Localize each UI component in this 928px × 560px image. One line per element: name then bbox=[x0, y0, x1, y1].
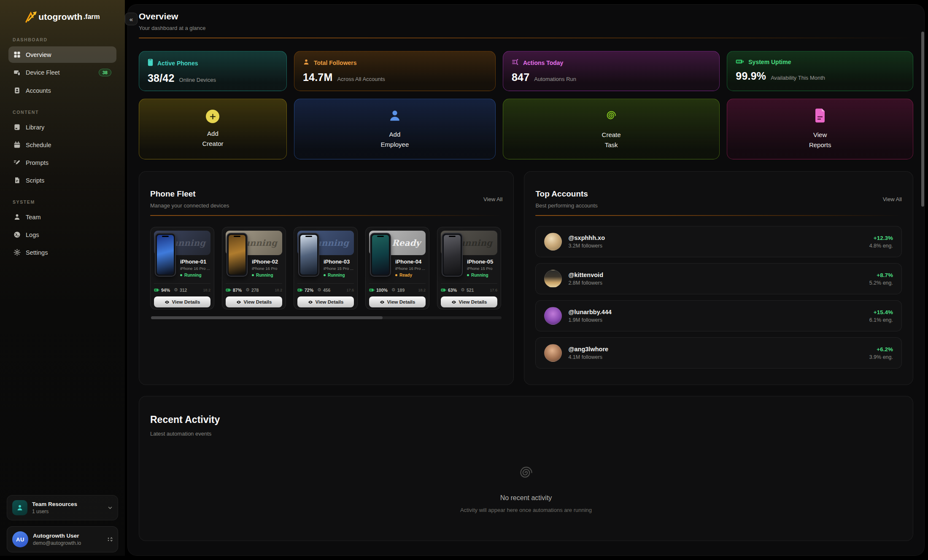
stat-card-active-phones: Active Phones 38/42 Online Devices bbox=[139, 51, 287, 91]
view-details-button[interactable]: View Details bbox=[369, 296, 426, 307]
nav-section-system: SYSTEM bbox=[13, 199, 112, 205]
battery-stat: 94% bbox=[154, 288, 170, 293]
account-avatar bbox=[544, 307, 562, 325]
select-arrows-icon bbox=[107, 536, 113, 542]
document-icon bbox=[814, 108, 826, 124]
sidebar-item-prompts[interactable]: Prompts bbox=[8, 154, 116, 171]
devices-icon bbox=[13, 69, 21, 76]
phone-name: iPhone-05 bbox=[467, 258, 497, 265]
sidebar-item-label: Team bbox=[26, 214, 40, 221]
actions-stat: ⚙278 bbox=[245, 287, 259, 293]
recent-activity-title: Recent Activity bbox=[150, 414, 902, 425]
collapse-glyph: « bbox=[129, 16, 133, 23]
action-label-line1: Add bbox=[202, 129, 223, 138]
account-handle: @sxphhh.xo bbox=[568, 234, 605, 241]
account-handle: @ang3lwhore bbox=[568, 346, 608, 353]
sidebar-collapse-button[interactable]: « bbox=[125, 13, 138, 25]
sidebar-item-scripts[interactable]: Scripts bbox=[8, 172, 116, 188]
phone-card: Running iPhone-02 iPhone 16 Pro Running … bbox=[222, 227, 286, 310]
view-reports-button[interactable]: ViewReports bbox=[727, 99, 913, 159]
nav-section-content: CONTENT bbox=[13, 110, 112, 115]
add-creator-button[interactable]: AddCreator bbox=[139, 99, 287, 159]
sidebar-item-accounts[interactable]: Accounts bbox=[8, 82, 116, 99]
gear-icon bbox=[13, 249, 21, 256]
user-menu[interactable]: AU Autogrowth User demo@autogrowth.io bbox=[7, 526, 118, 552]
automation-icon bbox=[512, 59, 519, 67]
nav-section-dashboard: DASHBOARD bbox=[13, 37, 112, 42]
view-details-button[interactable]: View Details bbox=[226, 296, 282, 307]
create-task-button[interactable]: CreateTask bbox=[503, 99, 720, 159]
account-avatar bbox=[544, 233, 562, 250]
stat-card-actions-today: Actions Today 847 Automations Run bbox=[503, 51, 720, 91]
account-change: +8.7% bbox=[869, 272, 893, 278]
sidebar-item-label: Scripts bbox=[26, 177, 44, 184]
phone-model: iPhone 15 Pro bbox=[467, 266, 497, 271]
account-change: +12.3% bbox=[869, 235, 893, 241]
account-followers: 3.2M followers bbox=[568, 243, 605, 249]
sidebar-item-schedule[interactable]: Schedule bbox=[8, 137, 116, 153]
account-row[interactable]: @ang3lwhore 4.1M followers +6.2% 3.9% en… bbox=[535, 337, 902, 369]
stat-card-system-uptime: System Uptime 99.9% Availability This Mo… bbox=[727, 51, 913, 91]
actions-stat: ⚙456 bbox=[317, 287, 330, 293]
view-details-button[interactable]: View Details bbox=[297, 296, 354, 307]
account-avatar bbox=[544, 270, 562, 288]
sidebar-item-device-fleet[interactable]: Device Fleet 38 bbox=[8, 64, 116, 81]
top-accounts-view-all-link[interactable]: View All bbox=[883, 196, 902, 202]
phone-name: iPhone-03 bbox=[324, 258, 354, 265]
person-icon bbox=[303, 59, 310, 67]
brand-tld: .farm bbox=[84, 13, 100, 21]
brand-logo: utogrowth.farm bbox=[7, 8, 118, 26]
account-followers: 1.9M followers bbox=[568, 317, 612, 323]
phone-fleet-view-all-link[interactable]: View All bbox=[483, 196, 502, 202]
phone-fleet-scroller[interactable]: Running iPhone-01 iPhone 16 Pro ... Runn… bbox=[150, 227, 502, 310]
account-row[interactable]: @sxphhh.xo 3.2M followers +12.3% 4.8% en… bbox=[535, 226, 902, 257]
add-employee-button[interactable]: AddEmployee bbox=[294, 99, 496, 159]
stat-value: 38/42 bbox=[148, 72, 175, 84]
stat-label: Total Followers bbox=[314, 59, 357, 66]
status-dot bbox=[395, 274, 397, 276]
team-resources-selector[interactable]: Team Resources 1 users bbox=[7, 495, 118, 520]
stat-caption: Online Devices bbox=[179, 77, 216, 83]
user-name: Autogrowth User bbox=[33, 533, 81, 539]
account-row[interactable]: @kittenvoid 2.8M followers +8.7% 5.2% en… bbox=[535, 263, 902, 294]
view-details-button[interactable]: View Details bbox=[154, 296, 210, 307]
account-change: +15.4% bbox=[869, 309, 893, 315]
phone-thumbnail bbox=[298, 233, 319, 277]
grid-icon bbox=[13, 51, 21, 58]
os-version: 17.6 bbox=[490, 288, 497, 292]
person-icon bbox=[388, 109, 402, 124]
horizontal-scrollbar-track[interactable] bbox=[151, 316, 502, 319]
recent-activity-card: Recent Activity Latest automation events… bbox=[139, 396, 913, 541]
sidebar-item-settings[interactable]: Settings bbox=[8, 244, 116, 261]
account-row[interactable]: @lunarbby.444 1.9M followers +15.4% 6.1%… bbox=[535, 300, 902, 331]
sidebar-item-logs[interactable]: Logs bbox=[8, 226, 116, 243]
sidebar-item-team[interactable]: Team bbox=[8, 209, 116, 225]
sidebar-item-overview[interactable]: Overview bbox=[8, 46, 116, 63]
account-engagement: 3.9% eng. bbox=[869, 354, 893, 360]
account-handle: @lunarbby.444 bbox=[568, 309, 612, 315]
account-avatar bbox=[544, 344, 562, 362]
top-accounts-title: Top Accounts bbox=[535, 189, 902, 199]
header-divider bbox=[139, 38, 913, 38]
sidebar-item-label: Accounts bbox=[26, 87, 51, 94]
script-icon bbox=[13, 177, 21, 184]
stat-caption: Across All Accounts bbox=[337, 76, 385, 82]
phone-name: iPhone-01 bbox=[180, 258, 210, 265]
stat-value: 14.7M bbox=[303, 71, 332, 83]
vertical-scrollbar-thumb[interactable] bbox=[921, 32, 924, 207]
horizontal-scrollbar-thumb[interactable] bbox=[151, 316, 383, 319]
phone-card: Ready iPhone-04 iPhone 16 Pro ... Ready … bbox=[365, 227, 429, 310]
top-accounts-subtitle: Best performing accounts bbox=[535, 202, 902, 209]
phone-thumbnail bbox=[155, 233, 176, 277]
phone-status: Running bbox=[180, 273, 210, 277]
sidebar-item-label: Schedule bbox=[26, 142, 51, 148]
team-avatar-icon bbox=[12, 500, 27, 515]
os-version: 18.2 bbox=[418, 288, 426, 292]
view-details-button[interactable]: View Details bbox=[441, 296, 497, 307]
stat-caption: Availability This Month bbox=[771, 75, 825, 81]
stat-value: 847 bbox=[512, 71, 529, 83]
phone-fleet-subtitle: Manage your connected devices bbox=[150, 202, 502, 209]
battery-stat: 72% bbox=[297, 288, 313, 293]
sidebar-item-library[interactable]: Library bbox=[8, 119, 116, 135]
section-divider bbox=[535, 215, 902, 216]
